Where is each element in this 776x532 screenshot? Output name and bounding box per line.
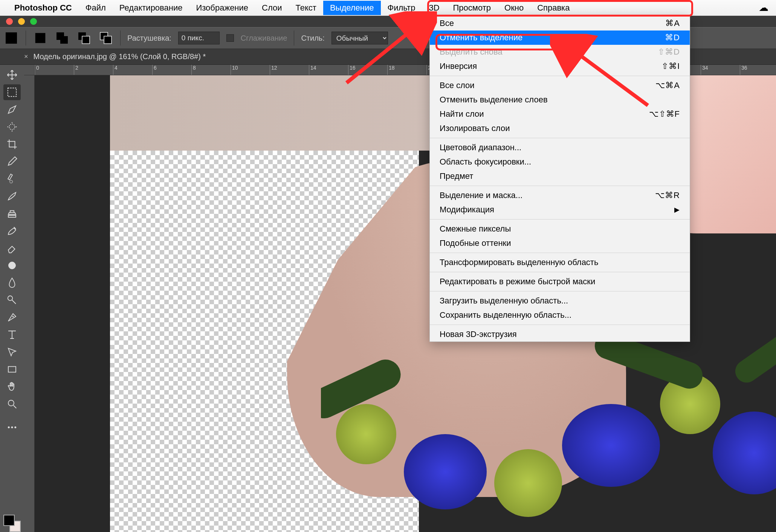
ruler-tick: 10 xyxy=(231,65,238,75)
menu-item[interactable]: Найти слои⌥⇧⌘F xyxy=(430,107,690,121)
dodge-tool[interactable] xyxy=(3,292,21,308)
vertical-ruler[interactable] xyxy=(24,75,35,532)
menu-item-label: Отменить выделение xyxy=(440,33,522,43)
selection-new-icon[interactable] xyxy=(33,30,48,46)
rectangular-marquee-tool[interactable] xyxy=(3,84,21,100)
selection-intersect-icon[interactable] xyxy=(98,30,113,46)
move-tool[interactable] xyxy=(3,67,21,83)
menu-3d[interactable]: 3D xyxy=(422,1,446,15)
menu-item[interactable]: Новая 3D-экструзия xyxy=(430,327,690,341)
menu-item-shortcut: ⌥⌘A xyxy=(655,81,680,90)
menu-item-label: Отменить выделение слоев xyxy=(440,95,548,105)
svg-rect-3 xyxy=(60,36,68,44)
ruler-tick: 2 xyxy=(74,65,78,75)
cc-cloud-icon[interactable]: ☁︎ xyxy=(759,2,768,14)
menu-item[interactable]: Смежные пикселы xyxy=(430,222,690,236)
menu-item[interactable]: Выделение и маска...⌥⌘R xyxy=(430,188,690,203)
ruler-tick: 12 xyxy=(270,65,277,75)
menu-layer[interactable]: Слои xyxy=(255,1,289,15)
menu-item[interactable]: Модификация▶ xyxy=(430,203,690,217)
svg-rect-7 xyxy=(104,36,112,44)
pen-tool[interactable] xyxy=(3,309,21,325)
menu-item-label: Область фокусировки... xyxy=(440,157,531,167)
menu-item[interactable]: Все слои⌥⌘A xyxy=(430,78,690,93)
menu-item-shortcut: ⇧⌘I xyxy=(661,61,680,71)
svg-point-16 xyxy=(8,427,10,428)
menu-item-label: Выделить снова xyxy=(440,47,503,57)
menu-help[interactable]: Справка xyxy=(530,1,576,15)
quick-selection-tool[interactable] xyxy=(3,119,21,135)
style-select[interactable]: Обычный xyxy=(331,32,388,44)
menu-file[interactable]: Файл xyxy=(79,1,113,15)
ruler-tick: 8 xyxy=(191,65,196,75)
antialias-label: Сглаживание xyxy=(241,34,287,43)
menu-type[interactable]: Текст xyxy=(289,1,323,15)
document-tab-title[interactable]: Модель оригинал.jpg @ 161% (Слой 0, RGB/… xyxy=(34,52,206,61)
svg-point-11 xyxy=(10,180,13,183)
menu-item[interactable]: Предмет xyxy=(430,169,690,183)
selection-add-icon[interactable] xyxy=(55,30,70,46)
menu-item[interactable]: Инверсия⇧⌘I xyxy=(430,59,690,73)
ruler-tick: 16 xyxy=(348,65,356,75)
hand-tool[interactable] xyxy=(3,379,21,395)
svg-point-12 xyxy=(8,296,13,301)
menu-select[interactable]: Выделение xyxy=(323,1,381,15)
ruler-tick: 0 xyxy=(35,65,39,75)
antialias-checkbox xyxy=(226,34,234,42)
zoom-window-button[interactable] xyxy=(30,18,37,25)
edit-toolbar-icon[interactable] xyxy=(3,419,21,435)
menu-item[interactable]: Все⌘A xyxy=(430,16,690,30)
menu-item-label: Предмет xyxy=(440,171,473,181)
separator xyxy=(26,30,26,46)
minimize-window-button[interactable] xyxy=(18,18,25,25)
blur-tool[interactable] xyxy=(3,275,21,291)
feather-input[interactable] xyxy=(178,32,220,44)
gradient-tool[interactable] xyxy=(3,258,21,273)
menu-separator xyxy=(430,325,690,325)
menu-view[interactable]: Просмотр xyxy=(446,1,498,15)
menu-item[interactable]: Область фокусировки... xyxy=(430,155,690,169)
history-brush-tool[interactable] xyxy=(3,223,21,239)
menu-item: Выделить снова⇧⌘D xyxy=(430,45,690,59)
lasso-tool[interactable] xyxy=(3,102,21,117)
menu-item[interactable]: Отменить выделение слоев xyxy=(430,93,690,107)
menu-item[interactable]: Редактировать в режиме быстрой маски xyxy=(430,274,690,289)
menu-filter[interactable]: Фильтр xyxy=(381,1,422,15)
menu-window[interactable]: Окно xyxy=(498,1,530,15)
marquee-tool-preset-icon[interactable] xyxy=(4,30,19,46)
menu-item[interactable]: Сохранить выделенную область... xyxy=(430,308,690,322)
close-window-button[interactable] xyxy=(6,18,13,25)
menu-item-label: Найти слои xyxy=(440,109,484,119)
close-tab-icon[interactable]: × xyxy=(24,53,28,61)
eyedropper-tool[interactable] xyxy=(3,154,21,169)
app-name[interactable]: Photoshop CC xyxy=(14,3,72,13)
menu-item-label: Модификация xyxy=(440,205,494,215)
menu-separator xyxy=(430,219,690,220)
zoom-tool[interactable] xyxy=(3,396,21,412)
menu-edit[interactable]: Редактирование xyxy=(113,1,189,15)
menu-item-label: Выделение и маска... xyxy=(440,191,522,200)
ruler-tick: 18 xyxy=(387,65,395,75)
brush-tool[interactable] xyxy=(3,188,21,204)
rectangle-tool[interactable] xyxy=(3,361,21,377)
menu-image[interactable]: Изображение xyxy=(189,1,255,15)
healing-brush-tool[interactable] xyxy=(3,171,21,187)
menu-item[interactable]: Цветовой диапазон... xyxy=(430,140,690,155)
menu-item[interactable]: Изолировать слои xyxy=(430,121,690,136)
clone-stamp-tool[interactable] xyxy=(3,206,21,221)
selection-subtract-icon[interactable] xyxy=(76,30,92,46)
eraser-tool[interactable] xyxy=(3,240,21,256)
ruler-origin[interactable] xyxy=(24,65,35,75)
menu-item[interactable]: Загрузить выделенную область... xyxy=(430,294,690,308)
ruler-tick: 36 xyxy=(740,65,747,75)
menu-item[interactable]: Отменить выделение⌘D xyxy=(430,30,690,45)
color-swatch[interactable] xyxy=(3,515,21,532)
type-tool[interactable] xyxy=(3,327,21,343)
menu-item-label: Инверсия xyxy=(440,61,477,71)
menu-item[interactable]: Подобные оттенки xyxy=(430,236,690,250)
foreground-color-swatch[interactable] xyxy=(3,515,15,526)
separator xyxy=(120,30,121,46)
crop-tool[interactable] xyxy=(3,136,21,152)
path-selection-tool[interactable] xyxy=(3,344,21,360)
menu-item[interactable]: Трансформировать выделенную область xyxy=(430,255,690,270)
